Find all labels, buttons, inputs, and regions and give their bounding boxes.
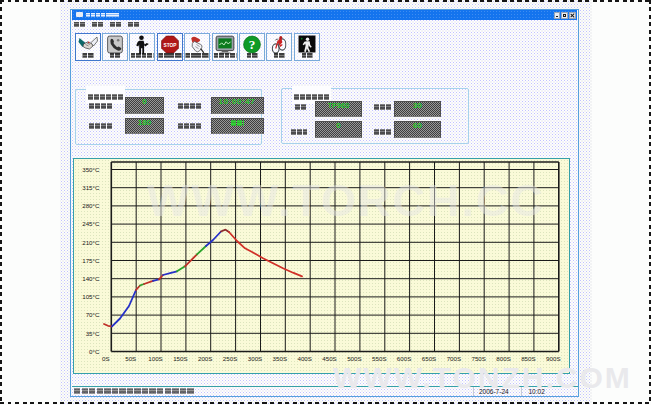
svg-text:315°C: 315°C — [82, 183, 100, 190]
svg-text:105°C: 105°C — [82, 293, 100, 300]
svg-text:50S: 50S — [125, 355, 136, 362]
svg-text:350S: 350S — [273, 355, 287, 362]
svg-text:35°C: 35°C — [86, 329, 100, 336]
svg-text:250S: 250S — [223, 355, 237, 362]
svg-text:70°C: 70°C — [86, 311, 100, 318]
svg-text:300S: 300S — [248, 355, 262, 362]
svg-text:150S: 150S — [173, 355, 187, 362]
svg-text:0°C: 0°C — [89, 347, 100, 354]
svg-text:200S: 200S — [198, 355, 212, 362]
svg-text:STOP: STOP — [163, 42, 177, 47]
svg-text:?: ? — [249, 37, 256, 52]
svg-text:0S: 0S — [102, 355, 110, 362]
svg-text:350°C: 350°C — [82, 165, 100, 172]
svg-text:280°C: 280°C — [82, 202, 100, 209]
svg-text:210°C: 210°C — [82, 238, 100, 245]
svg-text:175°C: 175°C — [82, 256, 100, 263]
svg-text:100S: 100S — [148, 355, 162, 362]
svg-text:400S: 400S — [297, 355, 311, 362]
svg-text:245°C: 245°C — [82, 220, 100, 227]
svg-text:140°C: 140°C — [82, 274, 100, 281]
